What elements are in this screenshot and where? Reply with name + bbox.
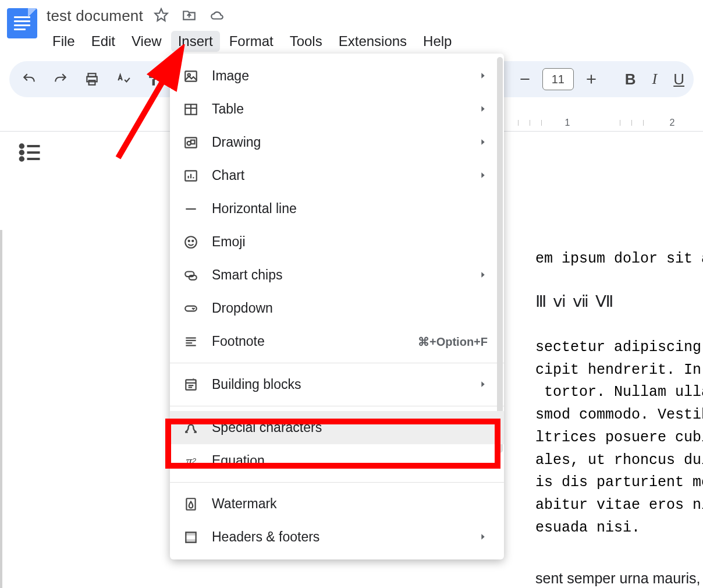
- ruler-number: 2: [670, 118, 675, 128]
- menu-item-table[interactable]: Table: [170, 93, 504, 126]
- menu-insert[interactable]: Insert: [171, 31, 220, 52]
- insert-menu-dropdown: Image Table Drawing Chart Horizontal lin…: [170, 54, 504, 559]
- chart-icon: [183, 168, 199, 184]
- move-icon[interactable]: [182, 8, 197, 25]
- menu-item-label: Headers & footers: [212, 529, 319, 545]
- menu-item-building-blocks[interactable]: Building blocks: [170, 368, 504, 401]
- svg-rect-21: [191, 140, 195, 144]
- horizontal-line-icon: [183, 201, 199, 217]
- menu-item-shortcut: ⌘+Option+F: [418, 335, 488, 349]
- bold-button[interactable]: B: [625, 70, 636, 88]
- menu-item-emoji[interactable]: Emoji: [170, 225, 504, 258]
- menu-item-label: Dropdown: [212, 300, 273, 316]
- chevron-right-icon: [478, 267, 488, 283]
- star-icon[interactable]: [154, 8, 169, 25]
- smart-chips-icon: [183, 267, 199, 284]
- menu-item-watermark[interactable]: Watermark: [170, 487, 504, 520]
- menu-item-footnote[interactable]: Footnote ⌘+Option+F: [170, 325, 504, 358]
- menu-item-special-characters[interactable]: Special characters: [170, 411, 504, 444]
- chevron-right-icon: [478, 377, 488, 392]
- dropdown-icon: [183, 300, 199, 317]
- menu-help[interactable]: Help: [416, 31, 459, 52]
- menu-item-label: Special characters: [212, 420, 322, 435]
- menu-item-label: Watermark: [212, 496, 277, 512]
- svg-point-8: [20, 144, 24, 148]
- menu-item-image[interactable]: Image: [170, 59, 504, 93]
- svg-point-12: [20, 157, 24, 161]
- body-line-1: em ipsum dolor sit ame: [535, 248, 703, 271]
- body-paragraph-1: sectetur adipiscing el cipit hendrerit. …: [535, 336, 703, 540]
- watermark-icon: [183, 496, 199, 512]
- headers-footers-icon: [183, 529, 199, 546]
- svg-point-28: [189, 240, 190, 241]
- menu-edit[interactable]: Edit: [84, 31, 122, 52]
- font-size-input[interactable]: 11: [542, 68, 574, 90]
- menu-item-label: Chart: [212, 168, 244, 183]
- font-size-decrease[interactable]: [514, 69, 535, 90]
- chevron-right-icon: [478, 529, 488, 545]
- document-outline-button[interactable]: [17, 140, 43, 165]
- redo-button[interactable]: [50, 69, 71, 90]
- menu-item-equation[interactable]: π2 Equation: [170, 444, 504, 477]
- menu-item-label: Smart chips: [212, 267, 282, 283]
- building-blocks-icon: [183, 377, 199, 393]
- omega-icon: [183, 420, 199, 436]
- menubar: File Edit View Insert Format Tools Exten…: [44, 25, 696, 55]
- paint-format-button[interactable]: [144, 69, 165, 90]
- menu-item-horizontal-line[interactable]: Horizontal line: [170, 192, 504, 225]
- svg-rect-4: [150, 73, 157, 77]
- chevron-right-icon: [478, 168, 488, 183]
- svg-point-29: [192, 240, 193, 241]
- spellcheck-button[interactable]: [113, 69, 134, 90]
- menu-item-chart[interactable]: Chart: [170, 159, 504, 192]
- menu-format[interactable]: Format: [222, 31, 281, 52]
- menu-item-label: Drawing: [212, 134, 261, 150]
- menu-separator: [170, 406, 504, 406]
- body-paragraph-2: sent semper urna mauris, at entesque, se…: [535, 568, 703, 589]
- italic-button[interactable]: I: [652, 70, 658, 88]
- menu-item-smart-chips[interactable]: Smart chips: [170, 258, 504, 292]
- menu-item-label: Footnote: [212, 334, 265, 349]
- page-edge: [0, 230, 2, 588]
- body-roman-numerals: Ⅲ ⅵ ⅶ Ⅶ: [535, 292, 703, 311]
- menu-item-drawing[interactable]: Drawing: [170, 126, 504, 159]
- ruler-number: 1: [565, 118, 570, 128]
- drawing-icon: [183, 134, 199, 151]
- table-icon: [183, 101, 199, 118]
- image-icon: [183, 68, 199, 84]
- chevron-right-icon: [478, 101, 488, 117]
- docs-logo[interactable]: [7, 8, 37, 38]
- menu-separator: [170, 363, 504, 363]
- svg-rect-14: [185, 71, 197, 81]
- svg-rect-43: [186, 532, 196, 534]
- svg-point-10: [20, 151, 24, 154]
- menu-item-label: Image: [212, 68, 249, 84]
- undo-button[interactable]: [19, 69, 40, 90]
- menu-tools[interactable]: Tools: [283, 31, 329, 52]
- menu-item-label: Building blocks: [212, 377, 301, 392]
- menu-file[interactable]: File: [45, 31, 82, 52]
- font-size-increase[interactable]: [581, 69, 602, 90]
- svg-point-27: [185, 236, 197, 248]
- chevron-right-icon: [478, 68, 488, 84]
- menu-separator: [170, 482, 504, 483]
- equation-icon: π2: [183, 453, 199, 469]
- underline-button[interactable]: U: [673, 70, 684, 88]
- menu-item-label: Equation: [212, 453, 265, 469]
- print-button[interactable]: [81, 69, 102, 90]
- document-title[interactable]: test document: [47, 7, 143, 25]
- svg-rect-44: [186, 540, 196, 542]
- emoji-icon: [183, 234, 199, 250]
- menu-item-dropdown[interactable]: Dropdown: [170, 292, 504, 325]
- menu-item-label: Table: [212, 101, 244, 117]
- menu-item-label: Emoji: [212, 234, 246, 250]
- menu-extensions[interactable]: Extensions: [332, 31, 414, 52]
- cloud-status-icon[interactable]: [210, 8, 225, 25]
- svg-marker-0: [155, 9, 168, 21]
- menu-item-label: Horizontal line: [212, 201, 297, 217]
- menu-view[interactable]: View: [125, 31, 169, 52]
- footnote-icon: [183, 334, 199, 350]
- menu-item-headers-footers[interactable]: Headers & footers: [170, 520, 504, 554]
- chevron-right-icon: [478, 134, 488, 150]
